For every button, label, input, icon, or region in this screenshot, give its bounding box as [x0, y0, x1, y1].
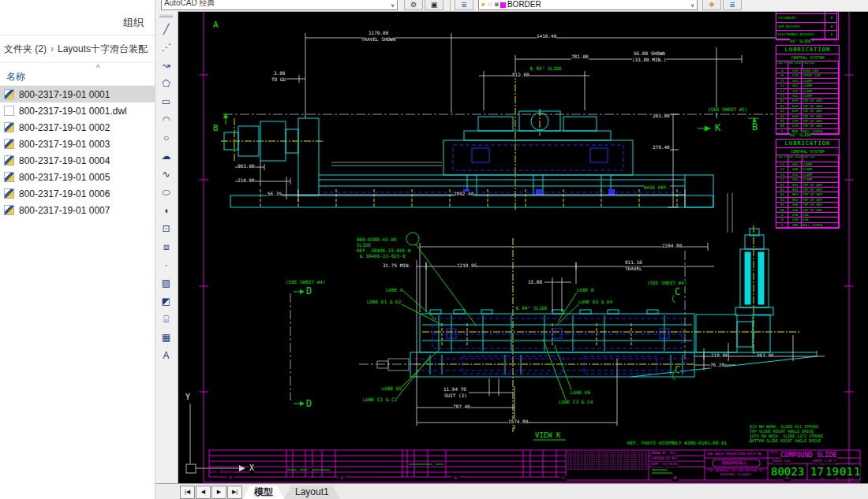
workspace-settings-button[interactable]: ⚙ [404, 0, 423, 10]
tab-prev[interactable]: ◀ [196, 486, 211, 499]
chevron-down-icon: ∨ [690, 2, 694, 9]
col-line: LINE PT [776, 155, 788, 162]
make-layer-current-button[interactable]: ❖ [702, 0, 721, 10]
tool-icon: ⊡ [162, 223, 170, 234]
slide-label-84: 84" SLIDE [790, 39, 811, 43]
tool-icon: ◩ [162, 296, 170, 307]
tool-icon: ◠ [162, 114, 170, 125]
organize-menu[interactable]: 组织 [123, 16, 144, 30]
equipment-name: AIR DEVICES [776, 23, 825, 31]
draw-tool-make-block[interactable]: ⧈ [156, 238, 176, 256]
equipment-count: 0 [825, 14, 837, 22]
layer-combo[interactable]: ● ☼ ◙ BORDER ∨ [478, 0, 698, 10]
lubrication-title: LUBRICATION [776, 46, 839, 54]
tool-icon: ∿ [162, 169, 170, 180]
model-space[interactable] [178, 11, 868, 483]
draw-tool-region[interactable]: ⌻ [156, 311, 176, 329]
file-row[interactable]: 800-2317-19-01 0002 [0, 119, 155, 136]
file-icon [4, 155, 14, 166]
file-row[interactable]: 800-2317-19-01 0006 [0, 185, 155, 202]
draw-tool-insert-block[interactable]: ⊡ [156, 220, 176, 238]
layer-color-swatch [500, 2, 506, 8]
layer-freeze-icon: ☼ [487, 0, 493, 8]
draw-tool-circle[interactable]: ○ [156, 129, 176, 147]
equipment-row: AIR DEVICES 0 [776, 23, 838, 31]
column-header-name[interactable]: 名称 [6, 70, 25, 84]
tool-icon: ↝ [162, 60, 170, 71]
tool-icon: ⬠ [162, 78, 170, 89]
draw-tool-hatch[interactable]: ▨ [156, 274, 176, 292]
draw-tool-line[interactable]: ╱ [156, 20, 176, 39]
equipment-row: ELECTRONIC DEVICES 0 [776, 31, 838, 39]
workspace-combo[interactable]: AutoCAD 经典 ∨ [161, 0, 398, 10]
tool-icon: ○ [163, 132, 169, 143]
draw-tool-polygon[interactable]: ⬠ [156, 75, 176, 93]
file-row[interactable]: 800-2317-19-01 0003 [0, 136, 155, 152]
acad-top-toolbar: AutoCAD 经典 ∨ ⚙ ▣ ≣ ● ☼ ◙ BORDER ∨ ❖ ≣ [155, 0, 868, 12]
lubrication-table-64: LUBRICATION CENTRAL SYSTEM LINE PT AMT R… [776, 139, 840, 229]
tool-icon: ⧈ [163, 241, 170, 252]
file-name: 800-2317-19-01 0002 [19, 122, 110, 133]
layer-previous-button[interactable]: ≣ [723, 0, 742, 10]
draw-toolbar: ╱ ⋰ ↝ ⬠ ▭ ◠ ○ ☁ ∿ ⬭ [155, 11, 178, 483]
col-function: FUNCTION [803, 155, 839, 162]
lube-line: E [776, 129, 788, 134]
layout-tab-bar: |◀ ◀ ▶ ▶| 模型 Layout1 [155, 483, 868, 499]
lube-amount: 300 [788, 223, 802, 228]
file-explorer-panel: 组织 文件夹 (2) › Layouts十字滑台装配 名称 ^ 800-2317… [0, 0, 155, 499]
file-icon [4, 89, 14, 99]
draw-tool-gradient[interactable]: ◩ [156, 292, 176, 311]
layer-make-current-icon: ❖ [709, 1, 715, 9]
file-row[interactable]: 800-2317-19-01 0007 [0, 202, 155, 218]
tool-icon: A [163, 350, 169, 361]
draw-tool-table[interactable]: ▦ [156, 329, 176, 347]
file-name: 800-2317-19-01 0006 [19, 188, 110, 199]
file-row[interactable]: 800-2317-19-01 0005 [0, 169, 155, 185]
toolbar-grip[interactable] [159, 13, 173, 17]
file-name: 800-2317-19-01 0007 [19, 205, 110, 216]
current-layer-name: BORDER [507, 0, 541, 9]
file-icon [4, 172, 14, 182]
draw-tool-revision-cloud[interactable]: ☁ [156, 147, 176, 166]
col-function: FUNCTION [803, 61, 839, 69]
app-window: 1179.00TRAVEL SHOWN1410.40781.0056.80 SH… [0, 0, 868, 499]
draw-tool-arc[interactable]: ◠ [156, 111, 176, 129]
draw-tool-polyline[interactable]: ↝ [156, 57, 176, 75]
file-row[interactable]: 800-2317-19-01 0004 [0, 152, 155, 169]
tab-last[interactable]: ▶| [227, 486, 242, 499]
draw-tool-ellipse-arc[interactable]: ◖ [156, 202, 176, 220]
display-icon: ▣ [431, 1, 438, 9]
tab-nav-icon: ▶ [217, 489, 221, 494]
draw-tool-multiline-text[interactable]: A [156, 347, 176, 365]
tab-first[interactable]: |◀ [180, 486, 195, 499]
draw-tool-spline[interactable]: ∿ [156, 166, 176, 184]
breadcrumb-folder[interactable]: Layouts十字滑台装配 [55, 41, 150, 58]
file-icon [4, 106, 14, 116]
tab-layout1[interactable]: Layout1 [284, 486, 340, 499]
tab-nav-icon: |◀ [185, 489, 190, 494]
layer-properties-button[interactable]: ≣ [455, 0, 473, 10]
tab-model[interactable]: 模型 [243, 486, 284, 499]
lube-line: E [776, 223, 788, 228]
draw-tool-rectangle[interactable]: ▭ [156, 93, 176, 111]
file-list: 800-2317-19-01 0001 800-2317-19-01 0001.… [0, 86, 155, 218]
sort-ascending-icon[interactable]: ^ [96, 64, 100, 73]
toolbar-separator [450, 0, 451, 11]
draw-tool-ellipse[interactable]: ⬭ [156, 184, 176, 202]
lubrication-title: LUBRICATION [776, 140, 839, 148]
breadcrumb-root[interactable]: 文件夹 (2) [2, 41, 49, 58]
draw-tool-point[interactable]: · [156, 256, 176, 274]
lubrication-header: LINE PT AMT REQD FUNCTION [776, 61, 839, 69]
chevron-down-icon: ∨ [391, 2, 395, 9]
layer-previous-icon: ≣ [729, 1, 735, 9]
draw-tool-construction-line[interactable]: ⋰ [156, 39, 176, 57]
file-row[interactable]: 800-2317-19-01 0001.dwl [0, 102, 155, 119]
layers-icon: ≣ [461, 1, 467, 9]
file-icon [4, 205, 14, 215]
col-amt: AMT REQD [788, 61, 802, 69]
display-button[interactable]: ▣ [425, 0, 443, 10]
col-line: LINE PT [776, 61, 788, 69]
file-icon [4, 139, 14, 149]
file-row[interactable]: 800-2317-19-01 0001 [0, 86, 155, 102]
tab-next[interactable]: ▶ [211, 486, 226, 499]
